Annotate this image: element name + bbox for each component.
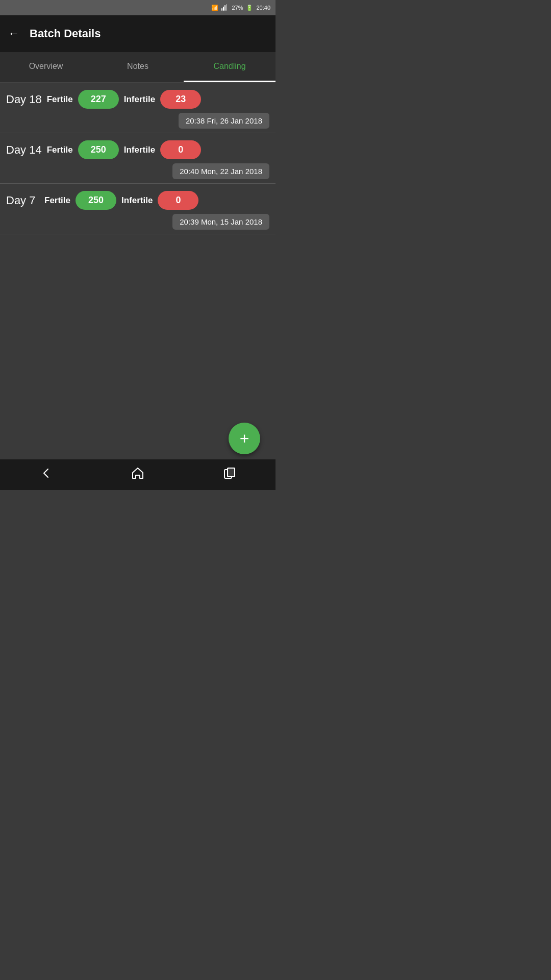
- infertile-label-18: Infertile: [124, 94, 155, 105]
- candling-row-day18[interactable]: Day 18 Fertile 227 Infertile 23 20:38 Fr…: [0, 83, 276, 133]
- tab-overview[interactable]: Overview: [0, 52, 92, 82]
- fertile-count-14: 250: [78, 140, 119, 159]
- candling-content: Day 18 Fertile 227 Infertile 23 20:38 Fr…: [0, 83, 276, 234]
- fertile-label-7: Fertile: [44, 195, 70, 206]
- infertile-label-14: Infertile: [124, 145, 155, 155]
- plus-icon: +: [240, 430, 249, 447]
- candling-row-day7[interactable]: Day 7 Fertile 250 Infertile 0 20:39 Mon,…: [0, 184, 276, 234]
- infertile-count-18: 23: [160, 90, 201, 109]
- wifi-icon: 📶: [211, 5, 218, 11]
- svg-rect-3: [226, 4, 227, 11]
- fertile-label-18: Fertile: [47, 94, 73, 105]
- infertile-label-7: Infertile: [121, 195, 153, 206]
- day-7-label: Day 7: [6, 194, 39, 207]
- tab-notes[interactable]: Notes: [92, 52, 184, 82]
- header: ← Batch Details: [0, 15, 276, 52]
- svg-rect-1: [223, 7, 224, 11]
- svg-rect-2: [224, 5, 226, 11]
- battery-icon: 🔋: [246, 5, 253, 11]
- home-nav-button[interactable]: [131, 466, 145, 483]
- recents-nav-button[interactable]: [222, 466, 237, 483]
- timestamp-7: 20:39 Mon, 15 Jan 2018: [172, 214, 269, 230]
- fertile-count-18: 227: [78, 90, 119, 109]
- day-14-label: Day 14: [6, 143, 42, 157]
- candling-row-day14[interactable]: Day 14 Fertile 250 Infertile 0 20:40 Mon…: [0, 133, 276, 184]
- timestamp-18: 20:38 Fri, 26 Jan 2018: [179, 113, 269, 129]
- battery-text: 27%: [232, 5, 243, 11]
- fertile-count-7: 250: [76, 191, 116, 210]
- infertile-count-7: 0: [158, 191, 198, 210]
- fertile-label-14: Fertile: [47, 145, 73, 155]
- timestamp-14: 20:40 Mon, 22 Jan 2018: [172, 163, 269, 179]
- tab-candling[interactable]: Candling: [184, 52, 276, 82]
- back-nav-button[interactable]: [39, 466, 53, 483]
- signal-icon: [221, 4, 229, 12]
- back-button[interactable]: ←: [8, 27, 19, 40]
- page-title: Batch Details: [30, 27, 101, 40]
- svg-rect-0: [221, 8, 222, 11]
- svg-rect-5: [228, 468, 235, 477]
- time-text: 20:40: [256, 5, 270, 11]
- infertile-count-14: 0: [160, 140, 201, 159]
- add-candling-button[interactable]: +: [229, 423, 260, 454]
- day-18-label: Day 18: [6, 93, 42, 106]
- status-bar: 📶 27% 🔋 20:40: [0, 0, 276, 15]
- tab-bar: Overview Notes Candling: [0, 52, 276, 83]
- navigation-bar: [0, 459, 276, 490]
